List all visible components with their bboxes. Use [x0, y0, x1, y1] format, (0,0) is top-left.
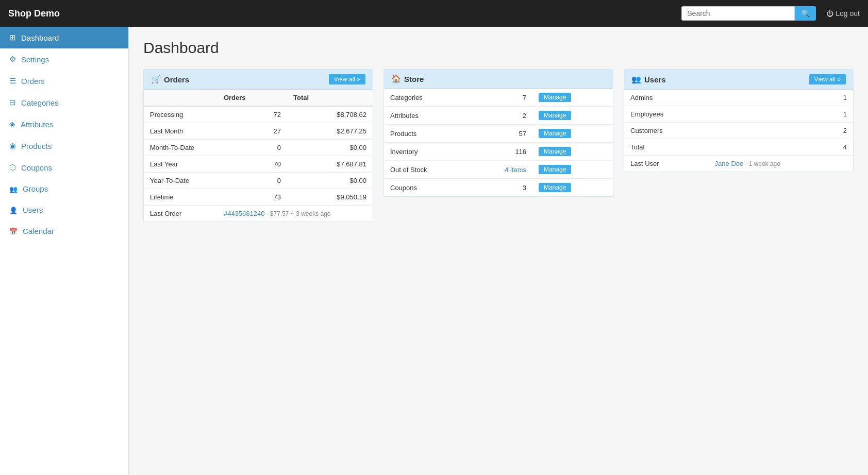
users-view-all-button[interactable]: View all »	[809, 74, 846, 84]
cart-icon: 🛒	[151, 75, 161, 84]
row-label: Month-To-Date	[144, 140, 218, 156]
sidebar-item-label: Categories	[21, 98, 59, 107]
users-widget: 👥 Users View all » Admins 1 Employees 1 …	[624, 69, 854, 172]
row-value: 1	[709, 90, 853, 106]
manage-button[interactable]: Manage	[539, 93, 571, 102]
row-label: Last Year	[144, 156, 218, 173]
products-icon	[9, 141, 16, 150]
manage-button[interactable]: Manage	[539, 165, 571, 174]
users-header-left: 👥 Users	[631, 75, 666, 84]
search-button[interactable]: 🔍	[795, 6, 816, 21]
store-table: Categories 7 Manage Attributes 2 Manage …	[384, 89, 613, 196]
layout: Dashboard Settings Orders Categories Att…	[0, 27, 868, 475]
header: Shop Demo 🔍 ⏻ Log out	[0, 0, 868, 27]
row-value: 4 items	[472, 161, 532, 179]
sidebar-item-categories[interactable]: Categories	[0, 92, 128, 113]
logout-label: Log out	[836, 9, 860, 18]
row-total: $8,708.62	[287, 106, 373, 123]
dashboard-icon	[9, 33, 16, 42]
row-label: Year-To-Date	[144, 173, 218, 189]
last-order-detail: · $77.57 ~ 3 weeks ago	[266, 210, 330, 217]
sidebar-item-label: Products	[21, 142, 52, 150]
page-title: Dashboard	[143, 39, 854, 57]
orders-col-orders: Orders	[218, 90, 287, 106]
last-user-value: Jane Doe · 1 week ago	[709, 156, 853, 172]
table-row-last-user: Last User Jane Doe · 1 week ago	[624, 156, 853, 172]
groups-icon	[9, 184, 18, 193]
row-orders: 27	[218, 123, 287, 140]
row-label: Categories	[384, 89, 472, 107]
table-row: Total 4	[624, 139, 853, 156]
sidebar-item-settings[interactable]: Settings	[0, 48, 128, 70]
row-orders: 72	[218, 106, 287, 123]
sidebar-item-orders[interactable]: Orders	[0, 70, 128, 92]
table-row: Products 57 Manage	[384, 125, 613, 143]
sidebar-item-products[interactable]: Products	[0, 135, 128, 157]
row-label: Coupons	[384, 179, 472, 197]
sidebar-item-label: Dashboard	[21, 33, 59, 42]
users-icon	[9, 206, 18, 214]
calendar-icon	[9, 227, 18, 235]
last-user-detail: · 1 week ago	[745, 160, 780, 167]
categories-icon	[9, 98, 16, 107]
orders-col-total: Total	[287, 90, 373, 106]
row-total: $0.00	[287, 173, 373, 189]
manage-button[interactable]: Manage	[539, 129, 571, 138]
row-label: Employees	[624, 106, 709, 123]
table-row: Last Month 27 $2,677.25	[144, 123, 373, 140]
row-label: Processing	[144, 106, 218, 123]
row-orders: 0	[218, 140, 287, 156]
logout-icon: ⏻	[826, 9, 833, 18]
sidebar-item-label: Calendar	[23, 227, 54, 235]
logout-button[interactable]: ⏻ Log out	[826, 9, 860, 18]
row-label: Out of Stock	[384, 161, 472, 179]
search-input[interactable]	[681, 6, 795, 21]
table-row: Year-To-Date 0 $0.00	[144, 173, 373, 189]
manage-button[interactable]: Manage	[539, 147, 571, 156]
sidebar-item-label: Settings	[21, 55, 49, 64]
last-order-value: #4435681240 · $77.57 ~ 3 weeks ago	[218, 206, 373, 222]
row-value: 116	[472, 143, 532, 161]
sidebar-item-label: Users	[23, 206, 43, 214]
table-row: Employees 1	[624, 106, 853, 123]
orders-view-all-button[interactable]: View all »	[329, 74, 365, 84]
last-user-link[interactable]: Jane Doe	[715, 160, 744, 167]
table-row: Admins 1	[624, 90, 853, 106]
orders-icon	[9, 76, 16, 86]
last-order-link[interactable]: #4435681240	[224, 210, 265, 217]
row-value: 57	[472, 125, 532, 143]
settings-icon	[9, 55, 16, 64]
row-value: 3	[472, 179, 532, 197]
row-value: 1	[709, 106, 853, 123]
row-orders: 70	[218, 156, 287, 173]
row-label: Customers	[624, 123, 709, 139]
row-value: 4	[709, 139, 853, 156]
orders-header-left: 🛒 Orders	[151, 75, 189, 84]
sidebar-item-calendar[interactable]: Calendar	[0, 220, 128, 242]
manage-button[interactable]: Manage	[539, 111, 571, 120]
sidebar-item-users[interactable]: Users	[0, 199, 128, 220]
row-value: 7	[472, 89, 532, 107]
sidebar-item-coupons[interactable]: Coupons	[0, 157, 128, 178]
row-label: Inventory	[384, 143, 472, 161]
table-row: Coupons 3 Manage	[384, 179, 613, 197]
sidebar-item-label: Attributes	[21, 120, 53, 129]
manage-cell: Manage	[532, 125, 613, 143]
sidebar-item-label: Orders	[21, 77, 45, 86]
row-label: Products	[384, 125, 472, 143]
users-widget-header: 👥 Users View all »	[624, 70, 853, 90]
sidebar-item-groups[interactable]: Groups	[0, 178, 128, 199]
orders-widget: 🛒 Orders View all » Orders Total	[143, 69, 373, 222]
search-icon: 🔍	[801, 9, 810, 18]
store-widget: 🏠 Store Categories 7 Manage Attributes 2…	[383, 69, 613, 197]
row-label: Lifetime	[144, 189, 218, 206]
row-label: Total	[624, 139, 709, 156]
sidebar-item-dashboard[interactable]: Dashboard	[0, 27, 128, 48]
table-row: Categories 7 Manage	[384, 89, 613, 107]
table-row: Attributes 2 Manage	[384, 107, 613, 125]
orders-table: Orders Total Processing 72 $8,708.62 Las…	[144, 90, 373, 222]
header-right: 🔍 ⏻ Log out	[681, 6, 860, 21]
out-of-stock-link[interactable]: 4 items	[505, 166, 526, 174]
sidebar-item-attributes[interactable]: Attributes	[0, 113, 128, 135]
manage-button[interactable]: Manage	[539, 183, 571, 192]
